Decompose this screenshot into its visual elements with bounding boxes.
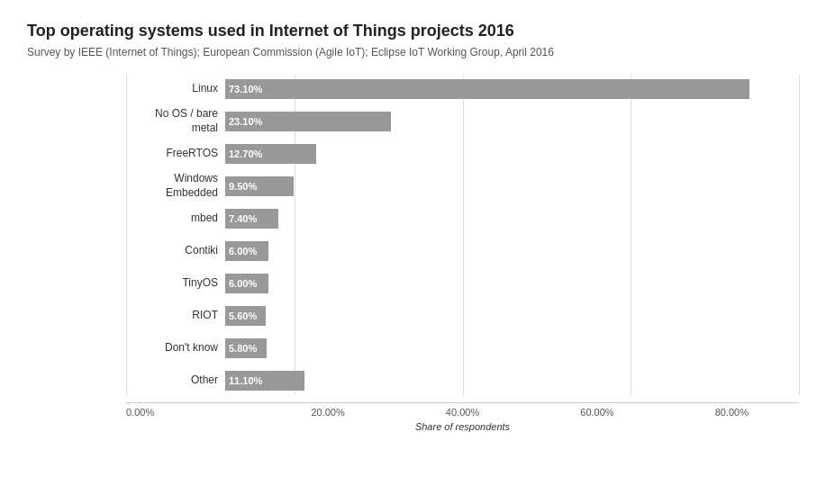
x-tick: 0.00% [126,407,260,418]
bar-row: Linux73.10% [126,75,799,104]
bar-track: 73.10% [225,75,799,104]
bar-value-label: 23.10% [229,116,262,127]
bar-value-label: 12.70% [229,148,262,159]
bar-row: FreeRTOS12.70% [126,140,799,168]
bar-label: No OS / bare metal [126,107,225,135]
bar-row: mbed7.40% [126,204,799,233]
bar-track: 6.00% [225,237,799,266]
bar-fill: 9.50% [225,176,294,196]
bar-value-label: 5.80% [229,343,257,354]
bar-track: 23.10% [225,107,799,136]
bar-label: TinyOS [126,276,225,291]
bar-fill: 6.00% [225,241,268,261]
bar-fill: 73.10% [225,79,749,99]
grid-line [799,75,800,395]
bar-row: Other11.10% [126,366,799,395]
bar-fill: 6.00% [225,274,268,293]
bar-label: Contiki [126,244,225,258]
bar-fill: 5.80% [225,338,267,358]
bar-track: 6.00% [225,269,799,298]
bar-value-label: 11.10% [229,375,262,386]
x-tick: 20.00% [260,407,395,418]
bar-fill: 12.70% [225,144,316,164]
bar-label: Don't know [126,341,225,356]
bar-value-label: 7.40% [229,213,257,224]
bar-value-label: 6.00% [229,246,257,256]
bar-fill: 11.10% [225,371,304,391]
bar-row: Contiki6.00% [126,237,799,266]
x-axis-label: Share of respondents [126,421,799,432]
bar-label: mbed [126,212,225,226]
chart-subtitle: Survey by IEEE (Internet of Things); Eur… [27,46,799,58]
bar-label: Other [126,374,225,388]
x-axis: 0.00%20.00%40.00%60.00%80.00% [126,402,799,418]
bar-track: 7.40% [225,204,799,233]
bar-label: Linux [126,82,225,96]
chart-area: Linux73.10%No OS / bare metal23.10%FreeR… [27,75,799,432]
bar-label: Windows Embedded [126,172,225,200]
bar-track: 9.50% [225,172,799,201]
bar-track: 5.80% [225,334,799,363]
bar-value-label: 73.10% [229,84,262,94]
bar-value-label: 6.00% [229,278,257,289]
bar-label: FreeRTOS [126,147,225,161]
bar-track: 11.10% [225,366,799,395]
chart-title: Top operating systems used in Internet o… [27,22,799,40]
bar-fill: 23.10% [225,112,391,131]
bar-fill: 5.60% [225,306,266,326]
bar-track: 12.70% [225,140,799,168]
x-tick: 80.00% [665,407,799,418]
bar-row: Windows Embedded9.50% [126,172,799,201]
grid-lines: Linux73.10%No OS / bare metal23.10%FreeR… [126,75,799,395]
bar-fill: 7.40% [225,209,278,229]
bar-label: RIOT [126,309,225,323]
chart-container: Top operating systems used in Internet o… [0,0,826,504]
x-tick: 60.00% [530,407,664,418]
bar-row: RIOT5.60% [126,302,799,330]
bar-row: TinyOS6.00% [126,269,799,298]
bars-wrapper: Linux73.10%No OS / bare metal23.10%FreeR… [27,75,799,399]
bar-row: Don't know5.80% [126,334,799,363]
bar-value-label: 9.50% [229,181,257,192]
x-tick: 40.00% [395,407,530,418]
bar-track: 5.60% [225,302,799,330]
bar-value-label: 5.60% [229,310,257,321]
bar-row: No OS / bare metal23.10% [126,107,799,136]
